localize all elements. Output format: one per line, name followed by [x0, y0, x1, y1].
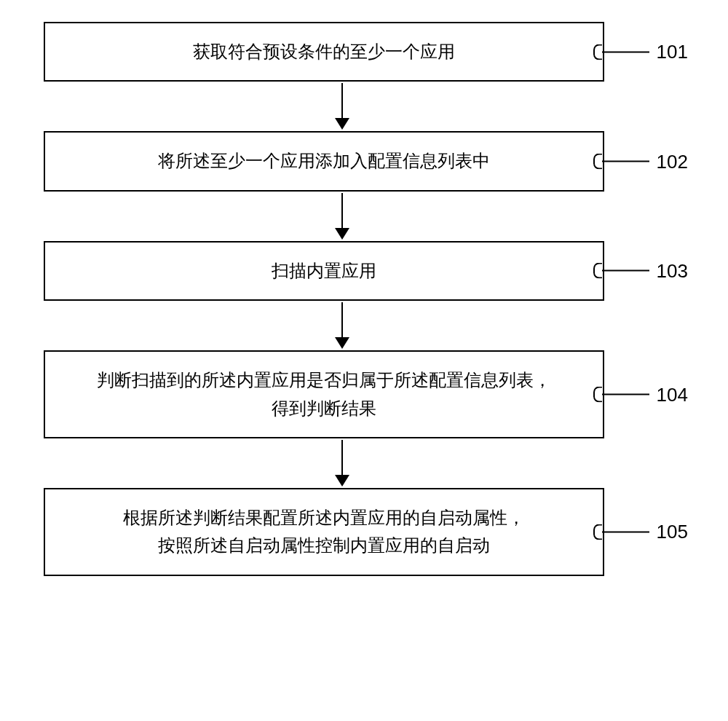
arrow-down-icon: [335, 438, 349, 488]
connector-curve: [593, 263, 602, 279]
step-text: 将所述至少一个应用添加入配置信息列表中: [158, 147, 490, 175]
arrow-line: [341, 302, 343, 339]
connector-curve: [593, 524, 602, 540]
step-label: 102: [657, 150, 688, 173]
connector-line: [602, 531, 649, 532]
label-connector: 104: [602, 383, 688, 406]
step-text: 获取符合预设条件的至少一个应用: [193, 38, 455, 66]
flowchart-container: 获取符合预设条件的至少一个应用 101 将所述至少一个应用添加入配置信息列表中 …: [0, 22, 728, 576]
label-connector: 103: [602, 259, 688, 282]
step-text: 判断扫描到的所述内置应用是否归属于所述配置信息列表， 得到判断结果: [97, 366, 551, 422]
label-connector: 102: [602, 150, 688, 173]
connector-line: [602, 51, 649, 52]
step-box-102: 将所述至少一个应用添加入配置信息列表中: [44, 131, 604, 191]
arrow-line: [341, 83, 343, 119]
step-text: 扫描内置应用: [272, 257, 376, 285]
step-text: 根据所述判断结果配置所述内置应用的自启动属性， 按照所述自启动属性控制内置应用的…: [123, 504, 525, 560]
step-row-101: 获取符合预设条件的至少一个应用 101: [0, 22, 728, 82]
arrow-head: [335, 228, 349, 240]
step-box-104: 判断扫描到的所述内置应用是否归属于所述配置信息列表， 得到判断结果: [44, 350, 604, 438]
step-row-103: 扫描内置应用 103: [0, 241, 728, 301]
connector-line: [602, 161, 649, 162]
step-row-102: 将所述至少一个应用添加入配置信息列表中 102: [0, 131, 728, 191]
arrow-down-icon: [335, 301, 349, 350]
step-row-105: 根据所述判断结果配置所述内置应用的自启动属性， 按照所述自启动属性控制内置应用的…: [0, 488, 728, 576]
step-label: 101: [657, 41, 688, 63]
connector-curve: [593, 387, 602, 403]
label-connector: 101: [602, 41, 688, 63]
connector-line: [602, 270, 649, 272]
step-label: 105: [657, 521, 688, 543]
connector-curve: [593, 154, 602, 170]
step-label: 103: [657, 259, 688, 282]
label-connector: 105: [602, 521, 688, 543]
step-box-105: 根据所述判断结果配置所述内置应用的自启动属性， 按照所述自启动属性控制内置应用的…: [44, 488, 604, 576]
step-row-104: 判断扫描到的所述内置应用是否归属于所述配置信息列表， 得到判断结果 104: [0, 350, 728, 438]
arrow-head: [335, 337, 349, 349]
arrow-down-icon: [335, 192, 349, 241]
arrow-down-icon: [335, 82, 349, 131]
arrow-head: [335, 118, 349, 130]
connector-line: [602, 394, 649, 395]
connector-curve: [593, 44, 602, 60]
step-box-103: 扫描内置应用: [44, 241, 604, 301]
step-box-101: 获取符合预设条件的至少一个应用: [44, 22, 604, 82]
arrow-head: [335, 475, 349, 486]
arrow-line: [341, 440, 343, 476]
arrow-line: [341, 193, 343, 229]
step-label: 104: [657, 383, 688, 406]
